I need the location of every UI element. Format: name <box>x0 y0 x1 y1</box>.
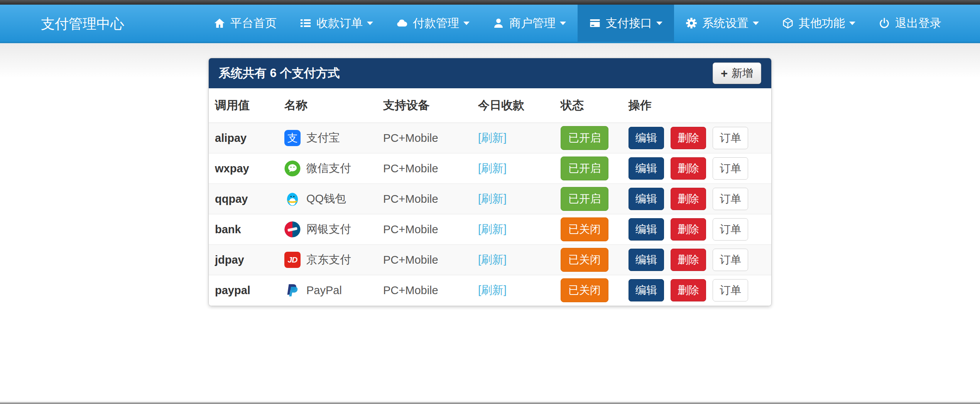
edit-button[interactable]: 编辑 <box>629 127 664 149</box>
nav-item-label: 系统设置 <box>702 15 749 31</box>
edit-button[interactable]: 编辑 <box>629 279 664 301</box>
navbar: 支付管理中心 平台首页 收款订单 付款管理 商户管理 <box>0 5 980 43</box>
device-support: PC+Mobile <box>377 245 472 275</box>
status-badge: 已开启 <box>561 157 608 180</box>
home-icon <box>214 17 225 29</box>
nav-item-label: 商户管理 <box>509 15 556 31</box>
delete-button[interactable]: 删除 <box>671 218 706 241</box>
edit-button[interactable]: 编辑 <box>629 188 664 210</box>
nav-item-home[interactable]: 平台首页 <box>202 5 288 42</box>
delete-button[interactable]: 删除 <box>671 279 706 301</box>
table-row: paypal PayPal PC+Mobile [刷新] 已关闭 编辑 删除 订… <box>209 275 771 306</box>
gear-icon <box>686 17 697 29</box>
table-header-row: 调用值 名称 支持设备 今日收款 状态 操作 <box>209 88 771 123</box>
nav-menu: 平台首页 收款订单 付款管理 商户管理 <box>202 5 953 42</box>
payment-code: alipay <box>209 123 278 153</box>
cube-icon <box>782 17 794 29</box>
plus-icon: + <box>721 67 728 79</box>
edit-button[interactable]: 编辑 <box>629 157 664 180</box>
window-bottom-border <box>0 402 980 404</box>
user-icon <box>493 17 504 29</box>
nav-item-orders[interactable]: 收款订单 <box>288 5 385 42</box>
nav-item-payouts[interactable]: 付款管理 <box>385 5 481 42</box>
nav-item-label: 平台首页 <box>230 15 277 31</box>
column-header-device: 支持设备 <box>377 88 472 123</box>
alipay-icon: 支 <box>284 130 301 146</box>
status-badge: 已关闭 <box>561 217 608 241</box>
nav-item-settings[interactable]: 系统设置 <box>674 5 770 42</box>
page-content: 系统共有 6 个支付方式 + 新增 调用值 名称 支持设备 今日收款 状态 操作 <box>0 43 980 402</box>
column-header-actions: 操作 <box>622 88 771 123</box>
status-badge: 已开启 <box>561 187 608 211</box>
orders-button[interactable]: 订单 <box>713 218 748 241</box>
nav-item-logout[interactable]: 退出登录 <box>867 5 953 42</box>
device-support: PC+Mobile <box>377 153 472 184</box>
chevron-down-icon <box>753 22 759 25</box>
credit-card-icon <box>589 17 601 29</box>
nav-item-other[interactable]: 其他功能 <box>770 5 867 42</box>
orders-button[interactable]: 订单 <box>713 127 748 149</box>
payment-name: 微信支付 <box>306 161 351 176</box>
payment-name: PayPal <box>306 284 342 297</box>
delete-button[interactable]: 删除 <box>671 127 706 149</box>
status-badge: 已关闭 <box>561 278 608 302</box>
power-icon <box>879 17 890 29</box>
column-header-code: 调用值 <box>209 88 278 123</box>
table-row: bank 网银支付 PC+Mobile [刷新] 已关闭 编辑 删除 订单 <box>209 214 771 245</box>
panel-header: 系统共有 6 个支付方式 + 新增 <box>209 58 771 88</box>
nav-item-label: 其他功能 <box>799 15 845 31</box>
delete-button[interactable]: 删除 <box>671 249 706 271</box>
cloud-icon <box>396 17 408 29</box>
orders-button[interactable]: 订单 <box>713 157 748 180</box>
refresh-link[interactable]: [刷新] <box>478 192 507 205</box>
payment-code: qqpay <box>209 184 278 214</box>
chevron-down-icon <box>463 22 470 25</box>
column-header-status: 状态 <box>554 88 622 123</box>
chevron-down-icon <box>367 22 373 25</box>
table-row: qqpay QQ钱包 PC+Mobile [刷新] 已开启 编辑 删除 订单 <box>209 184 771 214</box>
paypal-icon <box>284 282 301 298</box>
refresh-link[interactable]: [刷新] <box>478 284 507 296</box>
orders-button[interactable]: 订单 <box>713 188 748 210</box>
edit-button[interactable]: 编辑 <box>629 249 664 271</box>
delete-button[interactable]: 删除 <box>671 188 706 210</box>
payment-methods-table: 调用值 名称 支持设备 今日收款 状态 操作 alipay 支 支付宝 PC+M… <box>209 88 771 306</box>
table-row: alipay 支 支付宝 PC+Mobile [刷新] 已开启 编辑 删除 订单 <box>209 123 771 153</box>
payment-methods-panel: 系统共有 6 个支付方式 + 新增 调用值 名称 支持设备 今日收款 状态 操作 <box>208 58 772 306</box>
refresh-link[interactable]: [刷新] <box>478 223 507 235</box>
payment-code: wxpay <box>209 153 278 184</box>
refresh-link[interactable]: [刷新] <box>478 131 507 144</box>
list-icon <box>300 17 311 29</box>
payment-name: 支付宝 <box>306 130 340 146</box>
refresh-link[interactable]: [刷新] <box>478 253 507 266</box>
wechat-icon <box>284 160 301 177</box>
payment-code: bank <box>209 214 278 245</box>
device-support: PC+Mobile <box>377 214 472 245</box>
payment-code: paypal <box>209 275 278 306</box>
device-support: PC+Mobile <box>377 275 472 306</box>
nav-item-payment-api[interactable]: 支付接口 <box>578 5 674 42</box>
nav-item-merchants[interactable]: 商户管理 <box>481 5 578 42</box>
edit-button[interactable]: 编辑 <box>629 218 664 241</box>
payment-code: jdpay <box>209 245 278 275</box>
qq-icon <box>284 191 301 207</box>
status-badge: 已开启 <box>561 126 608 150</box>
status-badge: 已关闭 <box>561 248 608 272</box>
orders-button[interactable]: 订单 <box>713 279 748 301</box>
column-header-name: 名称 <box>278 88 377 123</box>
nav-item-label: 退出登录 <box>895 15 941 31</box>
table-row: jdpay JD 京东支付 PC+Mobile [刷新] 已关闭 编辑 删除 订… <box>209 245 771 275</box>
add-button[interactable]: + 新增 <box>713 62 761 84</box>
jd-icon: JD <box>284 252 301 268</box>
chevron-down-icon <box>560 22 566 25</box>
unionpay-icon <box>284 221 301 237</box>
refresh-link[interactable]: [刷新] <box>478 162 507 174</box>
payment-name: 网银支付 <box>306 222 351 237</box>
device-support: PC+Mobile <box>377 184 472 214</box>
column-header-income: 今日收款 <box>472 88 554 123</box>
orders-button[interactable]: 订单 <box>713 249 748 271</box>
nav-item-label: 支付接口 <box>606 15 652 31</box>
delete-button[interactable]: 删除 <box>671 157 706 180</box>
device-support: PC+Mobile <box>377 123 472 153</box>
app-title: 支付管理中心 <box>0 5 124 42</box>
